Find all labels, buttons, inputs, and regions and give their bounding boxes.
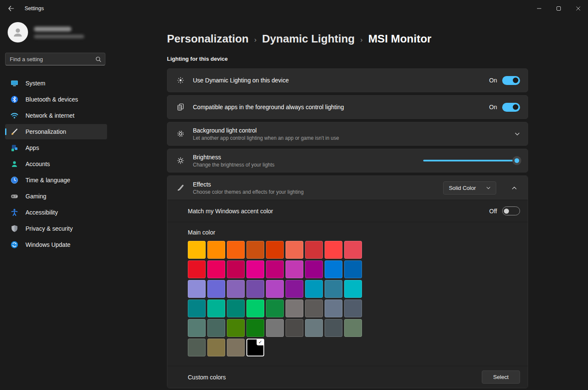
maximize-icon [556, 6, 561, 11]
effects-collapse-button[interactable] [508, 182, 520, 194]
wifi-icon [10, 111, 19, 120]
arrow-left-icon [8, 5, 14, 12]
color-swatch[interactable] [188, 280, 206, 298]
color-swatch[interactable] [325, 300, 342, 317]
sidebar-item-label: Accessibility [25, 209, 58, 216]
brightness-slider[interactable] [423, 156, 520, 165]
search-input[interactable] [10, 56, 95, 62]
color-swatch[interactable] [266, 260, 284, 278]
color-swatch[interactable] [344, 241, 362, 259]
color-swatch[interactable] [344, 300, 362, 317]
effects-dropdown[interactable]: Solid Color [443, 181, 496, 195]
color-swatch[interactable] [344, 260, 362, 278]
effects-dropdown-value: Solid Color [449, 185, 476, 191]
search-box[interactable] [5, 53, 105, 65]
gear-icon [173, 130, 188, 138]
color-swatch[interactable] [305, 241, 323, 259]
color-swatch[interactable] [305, 319, 323, 337]
color-swatch[interactable] [325, 280, 342, 298]
sidebar-item-gaming[interactable]: Gaming [5, 189, 107, 204]
color-swatch[interactable] [344, 280, 362, 298]
color-swatch[interactable] [246, 260, 264, 278]
slider-fill [423, 160, 520, 161]
sidebar-item-personalization[interactable]: Personalization [5, 124, 107, 139]
color-swatch[interactable] [207, 300, 225, 317]
color-swatch[interactable] [305, 280, 323, 298]
color-swatch[interactable] [246, 319, 264, 337]
sidebar-item-label: Privacy & security [25, 225, 73, 232]
sidebar-item-windows-update[interactable]: Windows Update [5, 237, 107, 252]
main-color-label: Main color [188, 229, 520, 236]
sidebar-item-accounts[interactable]: Accounts [5, 156, 107, 172]
card-effects[interactable]: Effects Choose color themes and effects … [167, 176, 528, 200]
color-swatch[interactable] [207, 339, 225, 356]
user-profile[interactable] [8, 22, 112, 42]
minimize-icon [537, 6, 542, 11]
color-swatch[interactable] [246, 300, 264, 317]
back-button[interactable] [3, 1, 20, 16]
color-swatch[interactable] [188, 319, 206, 337]
compatible-apps-toggle[interactable] [502, 103, 520, 112]
color-swatch[interactable] [246, 280, 264, 298]
breadcrumb-dynamic-lighting[interactable]: Dynamic Lighting [262, 32, 355, 45]
color-swatch[interactable] [305, 300, 323, 317]
match-accent-toggle[interactable] [502, 206, 520, 215]
person-silhouette-icon [11, 26, 24, 39]
color-swatch[interactable] [227, 280, 245, 298]
sidebar-item-privacy-security[interactable]: Privacy & security [5, 221, 107, 236]
color-swatch[interactable] [227, 241, 245, 259]
color-swatch[interactable] [227, 300, 245, 317]
card-background-light-control[interactable]: Background light control Let another app… [167, 122, 528, 146]
color-swatch[interactable] [344, 319, 362, 337]
main-content: Personalization › Dynamic Lighting › MSI… [112, 17, 588, 390]
color-swatch[interactable] [207, 319, 225, 337]
color-swatch[interactable] [227, 260, 245, 278]
card-title: Compatible apps in the foreground always… [193, 104, 489, 110]
sidebar-item-label: Network & internet [25, 112, 74, 119]
color-swatch-selected[interactable]: ✓ [246, 339, 264, 356]
color-swatch[interactable] [207, 260, 225, 278]
color-swatch[interactable] [246, 241, 264, 259]
color-swatch[interactable] [286, 241, 303, 259]
color-swatch[interactable] [325, 260, 342, 278]
color-swatch[interactable] [266, 280, 284, 298]
color-swatch[interactable] [266, 241, 284, 259]
close-button[interactable] [568, 0, 588, 17]
color-swatch[interactable] [286, 300, 303, 317]
color-swatch[interactable] [266, 319, 284, 337]
color-swatch[interactable] [286, 280, 303, 298]
custom-colors-select-button[interactable]: Select [482, 370, 520, 384]
color-swatch[interactable] [325, 319, 342, 337]
sidebar-item-accessibility[interactable]: Accessibility [5, 205, 107, 220]
sidebar-item-network-internet[interactable]: Network & internet [5, 108, 107, 123]
maximize-button[interactable] [549, 0, 568, 17]
sidebar-item-apps[interactable]: Apps [5, 140, 107, 155]
search-icon [95, 56, 102, 62]
color-swatch[interactable] [266, 300, 284, 317]
breadcrumb-personalization[interactable]: Personalization [167, 32, 249, 45]
sidebar-item-system[interactable]: System [5, 76, 107, 91]
color-swatch[interactable] [188, 339, 206, 356]
color-swatch[interactable] [325, 241, 342, 259]
color-swatch[interactable] [207, 280, 225, 298]
color-swatch[interactable] [305, 260, 323, 278]
color-swatch[interactable] [188, 260, 206, 278]
color-swatch[interactable] [227, 319, 245, 337]
pen-icon [173, 184, 188, 192]
slider-thumb[interactable] [512, 156, 521, 165]
settings-cards: Use Dynamic Lighting on this device On [167, 68, 528, 388]
color-swatch[interactable] [286, 319, 303, 337]
chevron-down-icon[interactable] [514, 131, 520, 137]
minimize-button[interactable] [529, 0, 549, 17]
color-swatch[interactable] [207, 241, 225, 259]
sidebar-item-label: Personalization [25, 128, 66, 135]
color-swatch[interactable] [188, 241, 206, 259]
color-swatch[interactable] [286, 260, 303, 278]
card-title: Effects [193, 181, 443, 188]
color-swatch[interactable] [227, 339, 245, 356]
dynamic-lighting-toggle[interactable] [502, 76, 520, 85]
color-swatch[interactable] [188, 300, 206, 317]
sidebar-item-time-language[interactable]: Time & language [5, 172, 107, 188]
sidebar-item-bluetooth-devices[interactable]: Bluetooth & devices [5, 92, 107, 107]
match-accent-label: Match my Windows accent color [188, 208, 489, 215]
